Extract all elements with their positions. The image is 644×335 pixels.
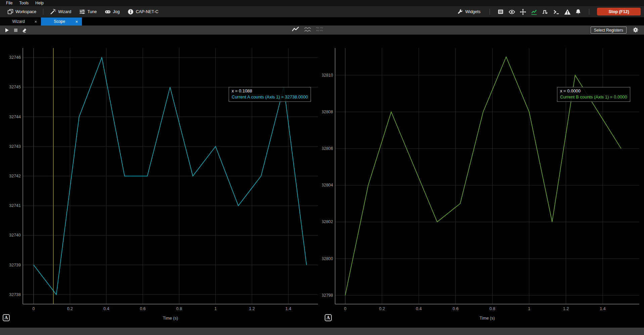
tab-scope-label: Scope <box>44 19 75 24</box>
svg-text:32738: 32738 <box>9 292 21 297</box>
svg-text:Time (s): Time (s) <box>479 316 495 321</box>
svg-text:0.8: 0.8 <box>490 306 495 311</box>
scope-toolbar: Select Registers <box>0 26 644 35</box>
tune-sliders-icon <box>79 9 85 15</box>
scope-charts-area: 3273832739327403274132742327433274432745… <box>0 35 644 328</box>
warning-icon[interactable] <box>564 9 570 15</box>
svg-text:1.4: 1.4 <box>285 306 291 311</box>
svg-text:32802: 32802 <box>322 219 333 224</box>
gear-icon <box>633 27 639 33</box>
autoscale-button-a[interactable]: A <box>3 314 10 321</box>
svg-text:0.4: 0.4 <box>416 306 422 311</box>
svg-text:32804: 32804 <box>322 183 333 187</box>
svg-text:1: 1 <box>214 306 217 311</box>
tooltip-current-b: x = 0.0000 Current B counts (Axis 1) = 0… <box>557 87 630 102</box>
eye-icon[interactable] <box>509 9 515 15</box>
svg-text:1.2: 1.2 <box>249 306 255 311</box>
svg-text:0.8: 0.8 <box>176 306 182 311</box>
layout-one-chart-button[interactable] <box>291 26 300 34</box>
svg-text:1: 1 <box>528 306 530 311</box>
layout-two-charts-button[interactable] <box>304 26 312 34</box>
svg-text:32739: 32739 <box>9 263 21 267</box>
autoscale-button-b[interactable]: A <box>325 314 332 321</box>
wizard-label: Wizard <box>58 9 71 14</box>
tab-wizard-close-icon[interactable]: × <box>34 19 38 24</box>
chart-current-a-plot[interactable]: 3273832739327403274132742327433274432745… <box>0 35 322 328</box>
square-wave-icon[interactable] <box>542 9 548 15</box>
stop-icon <box>13 28 18 33</box>
svg-text:32800: 32800 <box>322 256 333 261</box>
menu-help[interactable]: Help <box>32 1 47 5</box>
line-chart-icon[interactable] <box>531 9 537 15</box>
toolbar-separator <box>490 9 490 15</box>
svg-text:0.6: 0.6 <box>453 306 458 311</box>
terminal-icon[interactable] <box>553 9 559 15</box>
gamepad-icon <box>105 9 111 15</box>
svg-text:1.4: 1.4 <box>600 306 605 311</box>
move-icon[interactable] <box>520 9 526 15</box>
wrench-icon <box>457 9 463 15</box>
svg-text:0: 0 <box>344 306 347 311</box>
svg-text:0.2: 0.2 <box>67 306 73 311</box>
workspace-button[interactable]: Workspace <box>3 6 40 17</box>
svg-text:32742: 32742 <box>9 174 21 178</box>
tooltip-current-a: x = 0.1088 Current A counts (Axis 1) = 3… <box>229 87 311 102</box>
svg-text:32745: 32745 <box>9 85 21 89</box>
svg-text:32806: 32806 <box>322 146 333 151</box>
jog-label: Jog <box>113 9 120 14</box>
settings-button[interactable] <box>633 27 639 34</box>
workspace-icon <box>7 9 13 15</box>
menu-bar: File Tools Help <box>0 0 644 6</box>
device-label: CAP-NET-C <box>136 9 158 14</box>
svg-text:32798: 32798 <box>322 293 333 298</box>
svg-text:1.2: 1.2 <box>563 306 569 311</box>
svg-text:0.2: 0.2 <box>379 306 385 311</box>
stop-button[interactable]: Stop (F12) <box>597 8 641 15</box>
chart-current-a[interactable]: 3273832739327403274132742327433274432745… <box>0 35 322 328</box>
widgets-label: Widgets <box>465 9 480 14</box>
menu-file[interactable]: File <box>3 1 16 5</box>
svg-text:32740: 32740 <box>9 233 21 238</box>
menu-tools[interactable]: Tools <box>16 1 32 5</box>
tooltip-x-value: x = 0.1088 <box>232 88 308 94</box>
tab-wizard-label: Wizard <box>3 19 34 24</box>
svg-text:32741: 32741 <box>9 203 21 208</box>
layout-four-charts-button[interactable] <box>316 26 324 34</box>
widgets-button[interactable]: Widgets <box>456 9 482 15</box>
svg-text:0: 0 <box>32 306 35 311</box>
tune-button[interactable]: Tune <box>75 6 101 17</box>
jog-button[interactable]: Jog <box>101 6 124 17</box>
tab-scope[interactable]: Scope × <box>41 17 82 26</box>
bell-icon[interactable] <box>575 9 581 15</box>
svg-text:0.6: 0.6 <box>140 306 145 311</box>
svg-text:32743: 32743 <box>9 144 21 149</box>
list-icon[interactable] <box>498 9 504 15</box>
toolbar-separator <box>589 9 589 15</box>
tab-wizard[interactable]: Wizard × <box>0 17 41 26</box>
tooltip-series-value: Current A counts (Axis 1) = 32738.0000 <box>232 94 308 100</box>
stop-capture-button[interactable] <box>11 27 20 34</box>
play-button[interactable] <box>3 27 11 34</box>
wizard-button[interactable]: Wizard <box>46 6 75 17</box>
main-toolbar: Workspace Wizard Tune Jog CAP-NET-C Widg… <box>0 6 644 17</box>
svg-text:32744: 32744 <box>9 115 21 119</box>
device-button[interactable]: CAP-NET-C <box>124 6 162 17</box>
svg-text:32746: 32746 <box>9 55 21 60</box>
info-icon <box>128 9 134 15</box>
select-registers-button[interactable]: Select Registers <box>591 27 627 34</box>
workspace-label: Workspace <box>15 9 36 14</box>
eraser-icon <box>22 28 27 33</box>
tune-label: Tune <box>87 9 97 14</box>
wand-icon <box>50 9 56 15</box>
chart-current-b[interactable]: 3279832800328023280432806328083281000.20… <box>322 35 644 328</box>
tooltip-series-value: Current B counts (Axis 1) = 0.0000 <box>560 94 627 100</box>
toolbar-separator <box>43 9 43 15</box>
play-icon <box>5 28 9 33</box>
tab-scope-close-icon[interactable]: × <box>75 19 79 24</box>
svg-text:0.4: 0.4 <box>103 306 109 311</box>
status-bar <box>0 328 644 335</box>
tab-bar: Wizard × Scope × <box>0 17 644 26</box>
svg-text:32808: 32808 <box>322 110 333 114</box>
clear-button[interactable] <box>20 27 29 34</box>
chart-current-b-plot[interactable]: 3279832800328023280432806328083281000.20… <box>322 35 644 328</box>
